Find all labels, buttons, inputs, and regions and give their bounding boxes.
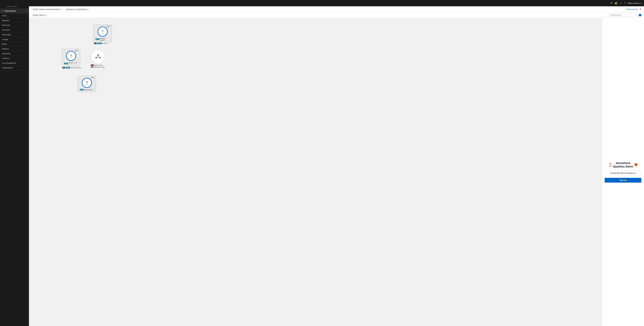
- project-dropdown-icon: ▾: [61, 8, 62, 10]
- svg-line-10: [98, 56, 100, 57]
- sidebar-item-user-management[interactable]: User Management ›: [0, 61, 29, 65]
- grid-icon[interactable]: ⠿: [610, 2, 612, 4]
- kafka-ks-badge: KS: [91, 64, 94, 66]
- sidebar-item-compute[interactable]: Compute ›: [0, 56, 29, 61]
- frontend-node[interactable]: 100% ✎ 1 pod: [94, 24, 112, 44]
- qrgen-pod-label: pods: [86, 84, 88, 85]
- sidebar-chevron-storage: ›: [26, 39, 27, 40]
- application-dropdown-icon: ▾: [88, 8, 88, 10]
- payment-pod-label: pod: [70, 57, 72, 58]
- sidebar-chevron-serverless: ›: [26, 29, 27, 31]
- sidebar-item-pipelines-label: Pipelines: [2, 48, 9, 50]
- frontend-ksvc-badge: KSVC: [97, 42, 102, 44]
- list-view-icon[interactable]: ☰: [640, 8, 641, 10]
- display-options-label: Display Options: [33, 14, 45, 16]
- view-shortcuts-label: View shortcuts: [627, 8, 638, 10]
- user-chevron-icon: ▾: [640, 2, 641, 4]
- frontend-service-name: frontend: [102, 42, 108, 44]
- svg-point-6: [98, 54, 99, 56]
- sidebar-chevron-administration: ›: [26, 67, 27, 69]
- sidebar-item-administration[interactable]: Administration ›: [0, 65, 29, 70]
- payment-rev-name: paymen...crvr-2: [68, 62, 78, 65]
- sidebar-item-home-label: Home: [2, 15, 7, 17]
- topology-canvas[interactable]: 100% ✎ 1 pod: [29, 18, 602, 326]
- sidebar-item-monitoring[interactable]: Monitoring ›: [0, 51, 29, 56]
- notification-badge: [617, 1, 618, 2]
- sidebar-item-monitoring-label: Monitoring: [2, 52, 10, 54]
- sidebar-item-user-management-label: User Management: [2, 62, 16, 64]
- store-title-icon: 🎅: [608, 163, 612, 167]
- sidebar-item-storage[interactable]: Storage ›: [0, 37, 29, 42]
- sidebar-item-serverless[interactable]: Serverless ›: [0, 28, 29, 32]
- frontend-k-badge: K²: [94, 42, 96, 44]
- frontend-pod-count: 1: [102, 29, 103, 32]
- view-shortcuts-button[interactable]: ℹ View shortcuts: [626, 8, 638, 10]
- payment-service-name: payment-service: [71, 67, 81, 68]
- qrgen-rev-badge: REV: [80, 89, 84, 90]
- kafka-app-badge: A: [91, 66, 93, 68]
- store-title-text: ServerlessQuarkus Store: [613, 161, 633, 168]
- store-title-icon2: 🎁: [634, 163, 638, 167]
- help-icon[interactable]: ?: [624, 2, 626, 4]
- find-input-wrap: / i: [609, 13, 641, 17]
- main-content: Project: modern-serverless-quarkus ▾ App…: [29, 6, 644, 326]
- sidebar-item-home[interactable]: Home ›: [0, 13, 29, 18]
- user-menu[interactable]: William Oliveira ▾: [628, 2, 641, 4]
- sidebar-item-workloads[interactable]: Workloads ›: [0, 23, 29, 28]
- sidebar-item-administration-label: Administration: [2, 67, 13, 69]
- project-selector[interactable]: Project: modern-serverless-quarkus ▾: [32, 8, 63, 11]
- kafka-icon: [95, 53, 101, 60]
- payment-k-badge: K²: [62, 67, 65, 68]
- frontend-rev-badge: REV: [96, 38, 99, 40]
- payment-ksvc-badge: KSVC: [66, 67, 70, 68]
- payment-pod-count: 1: [70, 54, 72, 57]
- sidebar-item-compute-label: Compute: [2, 57, 9, 59]
- info-circle-icon: ℹ: [626, 8, 626, 10]
- admin-chevron-icon: ▾: [26, 10, 27, 12]
- sidebar-chevron-builds: ›: [26, 43, 27, 45]
- qrgen-pod-count: 4: [86, 81, 88, 84]
- payment-rev-badge: REV: [64, 63, 68, 64]
- frontend-rev-name: frontend-gbqgd-1: [100, 37, 110, 41]
- admin-role-selector[interactable]: ⚙ Administrator ▾: [0, 8, 29, 13]
- frontend-pod-label: pod: [102, 32, 104, 34]
- sidebar-item-builds-label: Builds: [2, 43, 7, 45]
- sidebar-item-workloads-label: Workloads: [2, 24, 10, 26]
- sidebar-chevron-pipelines: ›: [26, 48, 27, 50]
- kafka-source-node[interactable]: KS kafka-source A kafka-source-app: [91, 49, 105, 68]
- right-panel: 🎅 ServerlessQuarkus Store 🎁 Provide QR C…: [602, 18, 644, 326]
- admin-icon: ⚙: [2, 10, 4, 12]
- find-info-icon[interactable]: i: [639, 14, 641, 16]
- sidebar-chevron-compute: ›: [26, 57, 27, 59]
- sidebar-chevron-workloads: ›: [26, 24, 27, 26]
- payment-service-node[interactable]: 100% ✎ 1 pod: [62, 49, 81, 68]
- subtoolbar: Display Options ▾ / i: [29, 12, 644, 18]
- display-options-chevron-icon: ▾: [46, 14, 46, 16]
- topbar: ⠿ 🔔 ＋ ? William Oliveira ▾: [29, 0, 644, 6]
- sidebar-chevron-operators: ›: [26, 20, 27, 21]
- sidebar-item-operators-label: Operators: [2, 19, 10, 21]
- sidebar-item-networking-label: Networking: [2, 34, 11, 36]
- application-label: Application: all applications: [66, 8, 86, 10]
- sidebar-item-pipelines[interactable]: Pipelines ›: [0, 46, 29, 51]
- kafka-source-name: kafka-source: [94, 64, 103, 66]
- add-icon[interactable]: ＋: [620, 1, 622, 5]
- sidebar-chevron-user-management: ›: [26, 62, 27, 64]
- sidebar-chevron-monitoring: ›: [26, 53, 27, 54]
- sidebar-item-operators[interactable]: Operators ›: [0, 18, 29, 23]
- svg-line-9: [96, 56, 98, 57]
- display-options-button[interactable]: Display Options ▾: [32, 13, 48, 17]
- sidebar-item-networking[interactable]: Networking ›: [0, 32, 29, 37]
- keyboard-shortcut-slash: /: [636, 14, 638, 16]
- find-by-name-input[interactable]: [609, 13, 635, 17]
- sidebar: ☰ Red Hat OpenShiftContainer Platform ⚙ …: [0, 0, 29, 326]
- sidebar-chevron-home: ›: [26, 15, 27, 16]
- pay-button[interactable]: Pay! 💳: [605, 178, 641, 183]
- application-selector[interactable]: Application: all applications ▾: [65, 8, 90, 11]
- sidebar-item-builds[interactable]: Builds ›: [0, 42, 29, 46]
- user-name: William Oliveira: [628, 2, 640, 4]
- qrgen-node[interactable]: 100% ✎: [78, 76, 96, 92]
- kafka-app-name: kafka-source-app: [94, 66, 105, 68]
- qrgen-rev-name: qrgen-fsmpf-1: [84, 89, 93, 90]
- qr-code-button[interactable]: Provide QR Code for Payment 🖨: [605, 171, 641, 175]
